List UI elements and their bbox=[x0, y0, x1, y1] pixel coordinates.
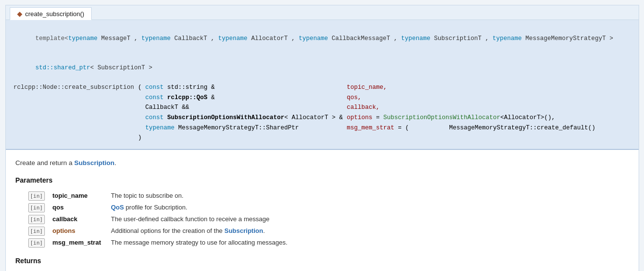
name-options: options bbox=[53, 227, 76, 234]
function-tab[interactable]: ◆ create_subscription() bbox=[10, 7, 92, 20]
name-callback: callback bbox=[53, 215, 78, 223]
badge-callback: [in] bbox=[28, 215, 45, 224]
param-row-msg-mem-strat: [in] msg_mem_strat The message memory st… bbox=[25, 237, 639, 249]
main-container: ◆ create_subscription() template<typenam… bbox=[5, 5, 639, 271]
param-row-options: [in] options Additional options for the … bbox=[25, 225, 639, 237]
param-row-callback: [in] callback The user-defined callback … bbox=[25, 213, 639, 225]
desc-callback: The user-defined callback function to re… bbox=[111, 215, 270, 223]
qos-link[interactable]: QoS bbox=[111, 204, 124, 211]
desc-topic-name: The topic to subscribe on. bbox=[111, 192, 184, 199]
badge-msg-mem-strat: [in] bbox=[28, 238, 45, 248]
param-name-col: topic_name, qos, callback, options = Sub… bbox=[343, 83, 644, 143]
param-row-topic-name: [in] topic_name The topic to subscribe o… bbox=[25, 190, 639, 202]
subscription-link-options[interactable]: Subscription bbox=[224, 227, 263, 234]
return-type-line: std::shared_ptr< SubscriptionT > bbox=[14, 53, 631, 83]
description-area: Create and return a Subscription. Parame… bbox=[6, 150, 639, 271]
intro-end: . bbox=[115, 159, 117, 167]
signature-table: rclcpp::Node::create_subscription ( cons… bbox=[14, 83, 644, 143]
name-qos: qos bbox=[53, 204, 64, 211]
badge-qos: [in] bbox=[28, 203, 45, 212]
func-name-cell: rclcpp::Node::create_subscription bbox=[14, 83, 138, 143]
name-topic-name: topic_name bbox=[53, 192, 88, 199]
badge-topic-name: [in] bbox=[28, 191, 45, 201]
tab-dot: ◆ bbox=[17, 10, 22, 18]
name-msg-mem-strat: msg_mem_strat bbox=[53, 239, 101, 246]
template-line: template<typename MessageT , typename Ca… bbox=[14, 24, 631, 53]
parameters-table: [in] topic_name The topic to subscribe o… bbox=[25, 190, 639, 249]
signature-tab-area: ◆ create_subscription() bbox=[6, 5, 639, 20]
returns-section: Returns Shared pointer to the created su… bbox=[16, 255, 629, 271]
returns-title: Returns bbox=[16, 255, 629, 266]
param-row-qos: [in] qos QoS profile for Subcription. bbox=[25, 202, 639, 213]
tab-label: create_subscription() bbox=[25, 10, 84, 18]
description-intro: Create and return a Subscription. bbox=[16, 158, 629, 168]
param-prefix-col: ( const std::string & const rclcpp::QoS … bbox=[138, 83, 343, 143]
parameters-title: Parameters bbox=[16, 175, 629, 186]
intro-link[interactable]: Subscription bbox=[74, 159, 115, 167]
intro-text: Create and return a bbox=[16, 159, 75, 167]
desc-msg-mem-strat: The message memory strategy to use for a… bbox=[111, 239, 288, 246]
desc-qos: QoS profile for Subcription. bbox=[111, 204, 188, 211]
desc-options: Additional options for the creation of t… bbox=[111, 227, 265, 234]
badge-options: [in] bbox=[28, 227, 45, 236]
signature-body: template<typename MessageT , typename Ca… bbox=[6, 20, 639, 150]
